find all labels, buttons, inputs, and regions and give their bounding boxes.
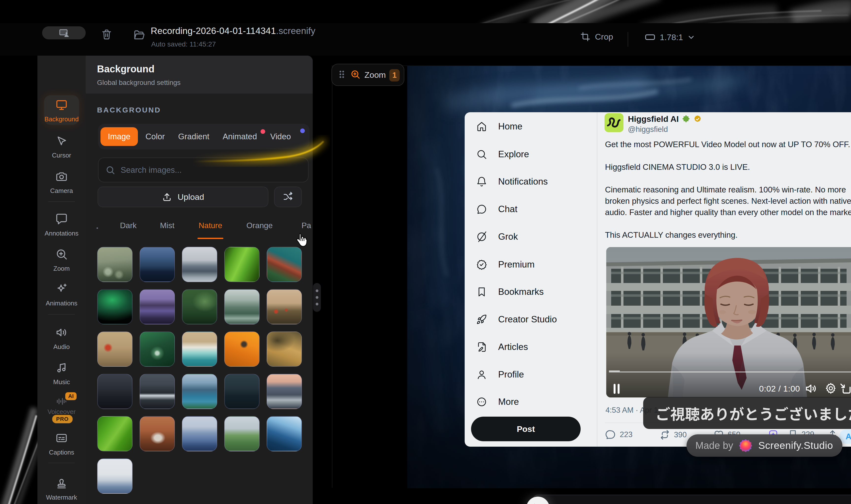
drag-grip-icon[interactable]: [337, 69, 347, 80]
sidebar-item-music[interactable]: Music: [37, 360, 86, 385]
tab-video[interactable]: Video: [264, 127, 298, 146]
sidebar-item-zoom[interactable]: Zoom: [37, 247, 86, 272]
sidebar-item-background[interactable]: Background: [37, 97, 86, 122]
background-thumbnail-dusk-blue-mountains[interactable]: [140, 247, 175, 282]
background-thumbnail-aerial-coast[interactable]: [267, 247, 302, 282]
background-thumbnail-green-hills-clouds[interactable]: [224, 416, 260, 451]
category-mist[interactable]: Mist: [159, 221, 176, 230]
category-nature[interactable]: Nature: [197, 221, 223, 230]
video-progress-bar[interactable]: [609, 372, 851, 372]
crop-icon: [580, 32, 590, 42]
nav-file-pen-icon: [476, 341, 487, 353]
sidebar-item-camera[interactable]: Camera: [37, 169, 86, 194]
category-pa[interactable]: Pa: [300, 221, 312, 230]
twitter-nav-profile[interactable]: Profile: [476, 365, 524, 384]
sidebar-divider: [48, 463, 75, 463]
settings-icon[interactable]: [825, 382, 837, 396]
repost-stat[interactable]: 390: [659, 429, 687, 440]
tweet-avatar[interactable]: [604, 113, 623, 132]
nav-search-icon: [476, 149, 487, 160]
sidebar-item-cursor[interactable]: Cursor: [37, 133, 86, 159]
sidebar-item-captions[interactable]: Captions: [37, 430, 86, 455]
twitter-nav-creator-studio[interactable]: Creator Studio: [476, 310, 557, 329]
nav-badge-check-icon: [476, 259, 487, 270]
sidebar-monitor-icon: [55, 98, 68, 111]
sidebar-item-voiceover[interactable]: Voiceover AIPRO: [37, 394, 86, 419]
open-project-button[interactable]: [133, 29, 145, 42]
background-thumbnail-forest-green-trees[interactable]: [182, 289, 217, 324]
background-thumbnail-leaf-water-drop[interactable]: [140, 331, 175, 367]
sidebar-item-animations[interactable]: Animations: [37, 281, 86, 306]
tab-gradient[interactable]: Gradient: [172, 127, 216, 146]
background-thumbnail-misty-grey-mountain[interactable]: [182, 247, 217, 282]
background-thumbnail-dew-macro-sage[interactable]: [97, 247, 132, 282]
background-thumbnail-green-leaf-veins[interactable]: [224, 247, 260, 282]
background-thumbnail-aerial-beach-waves[interactable]: [182, 331, 217, 367]
aspect-ratio-selector[interactable]: 1.78:1: [644, 32, 695, 43]
background-thumbnail-valley-pink-sunset[interactable]: [267, 374, 302, 409]
hand-pointer-cursor: [295, 232, 308, 248]
category-orange[interactable]: Orange: [245, 221, 274, 230]
shuffle-button[interactable]: [274, 186, 302, 207]
sidebar-item-watermark[interactable]: Watermark: [37, 475, 86, 501]
handle-dot: [316, 303, 318, 305]
grip-icon: [337, 69, 347, 79]
background-thumbnail-aurora-green[interactable]: [97, 289, 132, 324]
twitter-nav-chat[interactable]: Chat: [476, 199, 517, 219]
folder-open-icon: [133, 29, 145, 41]
upload-button[interactable]: Upload: [97, 186, 268, 207]
background-thumbnail-snow-dark-mountains[interactable]: [140, 374, 175, 409]
twitter-nav-notifications[interactable]: Notifications: [476, 172, 548, 192]
background-thumbnail-blue-lake-mountains[interactable]: [182, 374, 217, 409]
background-thumbnail-orange-flower-bee[interactable]: [224, 331, 260, 367]
tweet-video[interactable]: 0:02 / 1:00: [606, 247, 851, 397]
tweet-author-name[interactable]: Higgsfield AI: [628, 114, 702, 124]
zoom-effect-pill[interactable]: Zoom 1: [332, 64, 404, 86]
tab-image[interactable]: Image: [101, 127, 138, 146]
sidebar-item-annotations[interactable]: Annotations: [37, 211, 86, 236]
background-thumbnail-dark-misty-forest[interactable]: [97, 374, 132, 409]
twitter-nav-grok[interactable]: Grok: [476, 227, 518, 247]
twitter-nav-more[interactable]: More: [476, 392, 519, 412]
crop-button[interactable]: Crop: [580, 32, 613, 42]
tweet-text-line: Higgsfield CINEMA STUDIO 3.0 is LIVE.: [605, 161, 851, 173]
twitter-nav-articles[interactable]: Articles: [476, 337, 528, 357]
pip-icon[interactable]: [839, 382, 851, 396]
background-thumbnail-misty-valley-river[interactable]: [224, 289, 260, 324]
post-button[interactable]: Post: [471, 417, 581, 441]
background-thumbnail-tan-field-poppy[interactable]: [97, 331, 132, 367]
twitter-nav-bookmarks[interactable]: Bookmarks: [476, 282, 544, 302]
background-thumbnail-red-rock-arch[interactable]: [140, 416, 175, 451]
delete-button[interactable]: [101, 29, 112, 41]
tweet-author-handle[interactable]: @higgsfield: [628, 125, 668, 134]
background-thumbnail-cloud-sea-peaks[interactable]: [97, 458, 132, 494]
nav-bookmark-icon: [476, 286, 487, 298]
background-thumbnail-leaf-macro-green[interactable]: [97, 416, 132, 451]
reply-stat[interactable]: 223: [605, 429, 633, 440]
timeline-bar[interactable]: [532, 494, 851, 504]
search-images-input[interactable]: Search images...: [98, 158, 308, 182]
twitter-nav-premium[interactable]: Premium: [476, 255, 535, 274]
sidebar-item-audio[interactable]: Audio: [37, 325, 86, 350]
sidebar-captions-box-icon: [55, 432, 68, 445]
background-thumbnail-dark-teal-peak[interactable]: [224, 374, 260, 409]
sidebar-divider: [48, 314, 75, 315]
background-thumbnail-blue-misty-ridges[interactable]: [182, 416, 217, 451]
pause-button[interactable]: [610, 382, 623, 397]
background-thumbnail-poppy-field-dusk[interactable]: [267, 289, 302, 324]
twitter-nav-explore[interactable]: Explore: [476, 144, 529, 164]
background-thumbnail-purple-lake-dusk[interactable]: [140, 289, 175, 324]
panel-resize-handle[interactable]: [313, 283, 321, 312]
tab-color[interactable]: Color: [139, 127, 172, 146]
comment-icon: [605, 429, 616, 440]
tab-animated[interactable]: Animated: [216, 127, 264, 146]
background-thumbnail-golden-savanna-tree[interactable]: [267, 331, 302, 367]
nav-more-circle-icon: [476, 396, 487, 408]
twitter-nav-home[interactable]: Home: [476, 116, 522, 136]
recording-mode-button[interactable]: [42, 26, 86, 39]
subtitle-text-jp: ご視聴ありがとうございました: [655, 397, 851, 429]
category-dark[interactable]: Dark: [120, 221, 137, 230]
volume-icon[interactable]: [805, 382, 818, 396]
background-thumbnail-blue-ice-cave[interactable]: [267, 416, 302, 451]
tweet-video-frame: [606, 247, 851, 397]
